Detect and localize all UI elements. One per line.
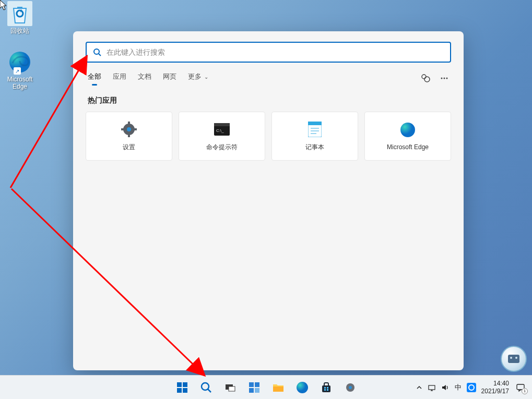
svg-rect-32 [255,382,259,387]
search-icon [93,48,101,56]
svg-rect-17 [308,124,322,137]
widgets-button[interactable] [244,377,265,398]
top-apps-heading: 热门应用 [88,96,451,105]
svg-rect-30 [229,386,235,391]
date-text: 2021/9/17 [481,388,509,395]
app-card-notepad[interactable]: 记事本 [271,112,358,161]
app-card-cmd[interactable]: C:\_ 命令提示符 [179,112,265,161]
edge-desktop-label: Microsoft Edge [2,76,38,91]
app-card-edge[interactable]: Microsoft Edge [364,112,451,161]
svg-point-1 [94,49,99,54]
recycle-bin-label: 回收站 [2,27,38,34]
svg-rect-40 [324,389,326,391]
ime-indicator[interactable]: 中 [455,383,462,392]
svg-rect-11 [128,134,130,137]
time-text: 14:40 [481,380,509,387]
svg-rect-13 [134,128,137,130]
svg-rect-15 [214,123,230,126]
svg-rect-24 [183,382,187,387]
notification-badge: 1 [522,388,528,394]
svg-rect-18 [308,122,322,125]
svg-point-5 [441,78,443,79]
volume-icon[interactable] [441,383,450,392]
tab-web[interactable]: 网页 [163,72,176,84]
svg-rect-41 [327,389,328,391]
search-input[interactable] [107,48,444,56]
svg-point-4 [424,77,430,82]
chevron-down-icon: ⌄ [203,74,208,80]
system-tray: 中 14:40 2021/9/17 1 [416,380,532,395]
taskbar-search-button[interactable] [196,377,217,398]
search-tabs-row: 全部 应用 文档 网页 更多 ⌄ [86,72,451,84]
svg-rect-47 [467,383,476,392]
app-label: 记事本 [305,143,324,152]
svg-point-22 [400,123,415,137]
svg-point-36 [297,382,308,393]
taskbar-center [172,377,361,398]
svg-point-27 [202,383,209,390]
tab-all[interactable]: 全部 [88,72,101,84]
edge-icon [399,122,416,138]
app-card-settings[interactable]: 设置 [86,112,172,161]
more-options-button[interactable] [440,74,449,83]
svg-rect-12 [121,128,124,130]
edge-icon: ↗ [7,50,32,75]
svg-rect-33 [249,388,254,393]
svg-rect-37 [322,385,330,392]
svg-rect-35 [273,386,283,392]
top-apps-grid: 设置 C:\_ 命令提示符 记事本 Microsoft Edge [86,112,451,161]
shortcut-arrow-icon: ↗ [14,67,21,75]
svg-rect-34 [255,388,259,393]
taskbar: 中 14:40 2021/9/17 1 [0,375,532,399]
app-label: 命令提示符 [206,143,238,152]
svg-rect-25 [177,388,182,393]
edge-taskbar-button[interactable] [292,377,313,398]
tray-overflow-button[interactable] [416,384,422,391]
svg-rect-39 [327,387,328,389]
tab-documents[interactable]: 文档 [138,72,151,84]
network-icon[interactable] [428,383,436,392]
settings-icon [121,121,137,138]
start-button[interactable] [172,377,193,398]
svg-rect-38 [324,387,326,389]
rewards-button[interactable] [421,74,430,83]
settings-taskbar-button[interactable] [340,377,361,398]
notepad-icon [306,121,323,138]
recycle-bin-desktop-icon[interactable]: 回收站 [2,1,38,34]
svg-rect-31 [249,382,254,387]
search-box[interactable] [86,42,451,63]
svg-text:C:\_: C:\_ [216,128,224,133]
svg-rect-44 [429,385,435,390]
assistant-bubble[interactable] [501,346,527,372]
app-label: 设置 [123,143,135,152]
svg-point-9 [127,127,131,131]
notifications-button[interactable]: 1 [514,381,527,394]
svg-rect-23 [177,382,182,387]
clock-button[interactable]: 14:40 2021/9/17 [481,380,509,395]
svg-point-6 [444,78,445,79]
file-explorer-button[interactable] [268,377,289,398]
svg-rect-26 [183,388,187,393]
task-view-button[interactable] [220,377,241,398]
search-panel: 全部 应用 文档 网页 更多 ⌄ 热门应用 设置 C:\_ 命令提示 [73,31,464,370]
tab-more[interactable]: 更多 ⌄ [188,72,208,84]
tray-app-icon[interactable] [467,383,476,392]
svg-rect-10 [128,122,130,125]
svg-point-7 [446,78,448,79]
app-label: Microsoft Edge [387,143,429,151]
svg-line-2 [99,54,101,56]
cmd-icon: C:\_ [214,121,230,138]
svg-point-3 [422,75,426,79]
recycle-bin-icon [7,1,32,26]
edge-desktop-icon[interactable]: ↗ Microsoft Edge [2,50,38,91]
svg-point-43 [349,386,352,389]
store-button[interactable] [316,377,337,398]
tab-apps[interactable]: 应用 [113,72,126,84]
svg-line-28 [208,389,211,392]
